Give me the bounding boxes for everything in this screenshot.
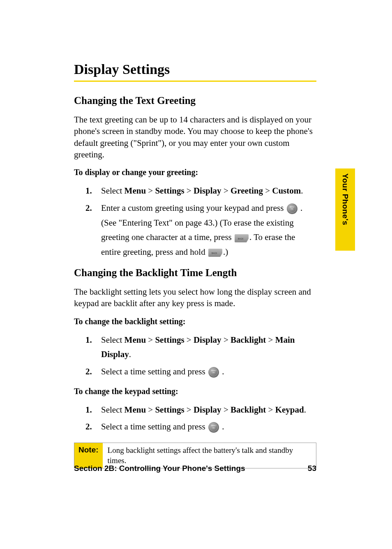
step-number: 2. (85, 420, 92, 434)
step-text: .) (223, 247, 228, 257)
step-text: Select (101, 405, 125, 415)
separator: > (263, 186, 272, 196)
list-item: 1. Select Menu > Settings > Display > Gr… (85, 184, 316, 198)
period: . (301, 186, 303, 196)
separator: > (146, 335, 155, 345)
ok-button-icon (287, 203, 297, 214)
step-number: 2. (85, 201, 92, 216)
menu-item: Menu (125, 335, 146, 345)
list-item: 1. Select Menu > Settings > Display > Ba… (85, 333, 316, 362)
separator: > (184, 405, 194, 415)
ok-button-icon (208, 422, 219, 433)
list-item: 1. Select Menu > Settings > Display > Ba… (85, 403, 316, 418)
step-number: 1. (85, 333, 92, 348)
menu-item: Display (194, 186, 221, 196)
paragraph-backlight: The backlight setting lets you select ho… (74, 286, 316, 309)
separator: > (184, 186, 194, 196)
page-footer: Section 2B: Controlling Your Phone's Set… (74, 464, 316, 473)
footer-page-number: 53 (308, 464, 316, 473)
section-tab-label: Your Phone's (341, 173, 350, 225)
section-tab: Your Phone's (335, 168, 355, 251)
step-text: Select a time setting and press (101, 422, 208, 431)
menu-item: Custom (272, 186, 301, 196)
step-number: 2. (85, 364, 92, 379)
step-number: 1. (85, 184, 92, 198)
paragraph-text-greeting: The text greeting can be up to 14 charac… (74, 114, 316, 160)
separator: > (184, 335, 194, 345)
menu-item: Display (194, 405, 221, 415)
subheading-text-greeting: Changing the Text Greeting (74, 95, 316, 106)
separator: > (221, 335, 231, 345)
separator: > (266, 335, 275, 345)
lead-display-greeting: To display or change your greeting: (74, 168, 316, 177)
menu-item: Settings (155, 186, 184, 196)
page-content: Display Settings Changing the Text Greet… (74, 62, 316, 477)
list-item: 2. Enter a custom greeting using your ke… (85, 201, 316, 260)
step-text: Select (101, 335, 125, 345)
step-text: . (220, 422, 224, 431)
period: . (304, 405, 306, 415)
separator: > (146, 405, 155, 415)
step-text: Select (101, 186, 125, 196)
menu-item: Keypad (275, 405, 304, 415)
step-text: Select a time setting and press (101, 367, 208, 376)
menu-item: Settings (155, 335, 184, 345)
steps-greeting: 1. Select Menu > Settings > Display > Gr… (85, 184, 316, 259)
back-button-icon (235, 234, 249, 242)
separator: > (221, 186, 231, 196)
list-item: 2. Select a time setting and press . (85, 364, 316, 379)
separator: > (146, 186, 155, 196)
page-title: Display Settings (74, 62, 316, 77)
ok-button-icon (208, 367, 219, 378)
step-text: Enter a custom greeting using your keypa… (101, 203, 286, 213)
separator: > (266, 405, 275, 415)
separator: > (221, 405, 231, 415)
subheading-backlight: Changing the Backlight Time Length (74, 267, 316, 279)
steps-backlight: 1. Select Menu > Settings > Display > Ba… (85, 333, 316, 379)
menu-item: Settings (155, 405, 184, 415)
lead-keypad: To change the keypad setting: (74, 387, 316, 396)
menu-item: Menu (125, 405, 146, 415)
back-button-icon (208, 249, 222, 257)
step-number: 1. (85, 403, 92, 418)
list-item: 2. Select a time setting and press . (85, 420, 316, 434)
footer-section-label: Section 2B: Controlling Your Phone's Set… (74, 464, 245, 473)
menu-item: Display (194, 335, 221, 345)
title-underline (74, 81, 316, 82)
step-text: . (220, 367, 224, 376)
menu-item: Backlight (231, 335, 266, 345)
menu-item: Greeting (231, 186, 263, 196)
menu-item: Backlight (231, 405, 266, 415)
period: . (129, 349, 131, 359)
lead-backlight: To change the backlight setting: (74, 317, 316, 326)
menu-item: Menu (125, 186, 146, 196)
steps-keypad: 1. Select Menu > Settings > Display > Ba… (85, 403, 316, 434)
